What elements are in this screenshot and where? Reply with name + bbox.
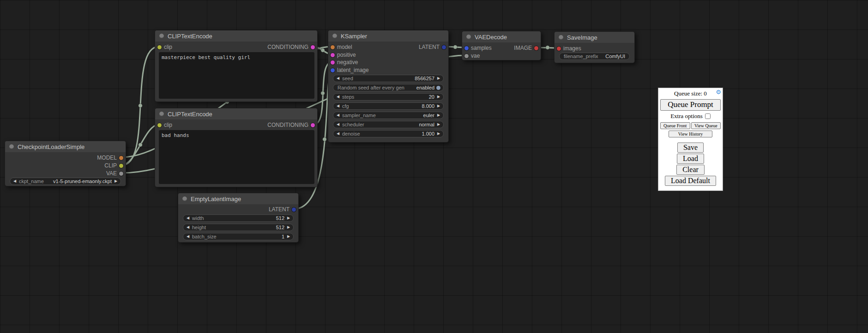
widget-width[interactable]: ◀ width 512 ▶ [183,214,294,222]
widget-cfg[interactable]: ◀ cfg 8.000 ▶ [333,102,444,110]
output-slot-dot[interactable] [119,156,123,160]
node-title-bar[interactable]: SaveImage [555,32,634,43]
clear-button[interactable]: Clear [676,165,705,175]
input-slot-negative[interactable]: negative [331,59,358,65]
decrement-arrow-icon[interactable]: ◀ [186,235,190,238]
output-slot-dot[interactable] [534,46,538,50]
widget-batch-size[interactable]: ◀ batch_size 1 ▶ [183,233,294,240]
input-slot-clip[interactable]: clip [157,122,172,128]
decrement-arrow-icon[interactable]: ◀ [336,123,340,126]
input-slot-positive[interactable]: positive [331,52,356,58]
prompt-textarea[interactable]: bad hands [159,130,314,184]
load-button[interactable]: Load [677,154,704,164]
node-ksampler[interactable]: KSampler model positive negative latent_… [328,30,449,143]
increment-arrow-icon[interactable]: ▶ [436,95,441,99]
node-save-image[interactable]: SaveImage images filename_prefix ComfyUI [554,31,635,63]
node-title-bar[interactable]: EmptyLatentImage [178,193,298,204]
output-slot-latent[interactable]: LATENT [419,44,446,50]
input-slot-vae[interactable]: vae [464,53,480,59]
output-slot-dot[interactable] [119,172,123,176]
increment-arrow-icon[interactable]: ▶ [286,216,291,220]
load-default-button[interactable]: Load Default [665,176,716,186]
output-slot-latent[interactable]: LATENT [269,206,296,213]
view-queue-button[interactable]: View Queue [691,122,721,129]
output-slot-conditioning[interactable]: CONDITIONING [267,122,315,128]
input-slot-dot[interactable] [331,45,335,49]
widget-filename-prefix[interactable]: filename_prefix ComfyUI [559,53,630,60]
decrement-arrow-icon[interactable]: ◀ [336,132,340,136]
widget-denoise[interactable]: ◀ denoise 1.000 ▶ [333,130,444,137]
output-slot-dot[interactable] [311,45,315,49]
node-title-bar[interactable]: KSampler [328,30,448,42]
widget-height[interactable]: ◀ height 512 ▶ [183,224,294,231]
collapse-dot[interactable] [159,112,164,116]
decrement-arrow-icon[interactable]: ◀ [336,104,340,108]
decrement-arrow-icon[interactable]: ◀ [336,95,340,99]
input-slot-dot[interactable] [331,53,335,57]
node-vae-decode[interactable]: VAEDecode samples vae IMAGE [462,31,541,60]
save-button[interactable]: Save [677,143,704,153]
queue-prompt-button[interactable]: Queue Prompt [660,99,721,111]
collapse-dot[interactable] [332,34,337,38]
increment-arrow-icon[interactable]: ▶ [436,132,441,136]
node-clip-text-encode-negative[interactable]: CLIPTextEncode clip CONDITIONING bad han… [155,108,318,187]
decrement-arrow-icon[interactable]: ◀ [336,113,340,117]
output-slot-dot[interactable] [119,164,123,168]
input-slot-images[interactable]: images [557,45,581,52]
node-title-bar[interactable]: CLIPTextEncode [155,108,317,119]
increment-arrow-icon[interactable]: ▶ [436,77,441,80]
increment-arrow-icon[interactable]: ▶ [286,226,291,229]
increment-arrow-icon[interactable]: ▶ [114,179,118,183]
node-title-bar[interactable]: CheckpointLoaderSimple [5,141,126,152]
widget-steps[interactable]: ◀ steps 20 ▶ [333,93,444,101]
increment-arrow-icon[interactable]: ▶ [286,235,291,238]
queue-front-button[interactable]: Queue Front [660,122,690,129]
output-slot-vae[interactable]: VAE [106,170,123,177]
widget-scheduler[interactable]: ◀ scheduler normal ▶ [333,121,444,128]
increment-arrow-icon[interactable]: ▶ [436,123,441,126]
extra-options-checkbox[interactable] [705,113,711,119]
input-slot-dot[interactable] [464,54,469,58]
view-history-button[interactable]: View History [669,131,712,137]
input-slot-dot[interactable] [157,45,162,49]
input-slot-dot[interactable] [157,123,162,127]
input-slot-dot[interactable] [331,60,335,65]
toggle-on-indicator[interactable] [436,86,440,90]
decrement-arrow-icon[interactable]: ◀ [336,77,340,80]
output-slot-clip[interactable]: CLIP [104,162,123,169]
collapse-dot[interactable] [159,34,164,38]
node-checkpoint-loader-simple[interactable]: CheckpointLoaderSimple MODEL CLIP VAE ◀ … [5,141,126,186]
input-slot-dot[interactable] [557,47,561,51]
node-empty-latent-image[interactable]: EmptyLatentImage LATENT ◀ width 512 ▶ ◀ … [178,193,299,243]
increment-arrow-icon[interactable]: ▶ [436,104,441,108]
widget-sampler-name[interactable]: ◀ sampler_name euler ▶ [333,112,444,119]
output-slot-conditioning[interactable]: CONDITIONING [267,44,315,50]
widget-seed[interactable]: ◀ seed 8566257 ▶ [333,75,444,82]
collapse-dot[interactable] [182,196,187,201]
widget-random-seed-toggle[interactable]: Random seed after every gen enabled [333,84,444,91]
settings-gear-icon[interactable]: ⚙ [716,89,721,95]
collapse-dot[interactable] [466,35,471,39]
output-slot-dot[interactable] [442,45,446,49]
decrement-arrow-icon[interactable]: ◀ [186,216,190,220]
node-title-bar[interactable]: CLIPTextEncode [155,30,317,42]
input-slot-dot[interactable] [464,46,469,50]
node-clip-text-encode-positive[interactable]: CLIPTextEncode clip CONDITIONING masterp… [155,30,318,102]
decrement-arrow-icon[interactable]: ◀ [12,179,17,183]
output-slot-model[interactable]: MODEL [97,155,123,161]
graph-canvas[interactable]: CheckpointLoaderSimple MODEL CLIP VAE ◀ … [0,0,868,333]
input-slot-latent-image[interactable]: latent_image [331,67,369,73]
input-slot-dot[interactable] [331,68,335,72]
collapse-dot[interactable] [559,35,563,40]
collapse-dot[interactable] [9,144,14,149]
input-slot-samples[interactable]: samples [464,45,492,51]
output-slot-dot[interactable] [292,208,296,212]
widget-ckpt-name[interactable]: ◀ ckpt_name v1-5-pruned-emaonly.ckpt ▶ [10,178,121,185]
prompt-textarea[interactable]: masterpiece best quality girl [159,52,314,99]
output-slot-image[interactable]: IMAGE [514,45,538,51]
increment-arrow-icon[interactable]: ▶ [436,113,441,117]
decrement-arrow-icon[interactable]: ◀ [186,226,190,229]
node-title-bar[interactable]: VAEDecode [462,31,541,42]
input-slot-model[interactable]: model [331,44,352,50]
output-slot-dot[interactable] [311,123,315,127]
